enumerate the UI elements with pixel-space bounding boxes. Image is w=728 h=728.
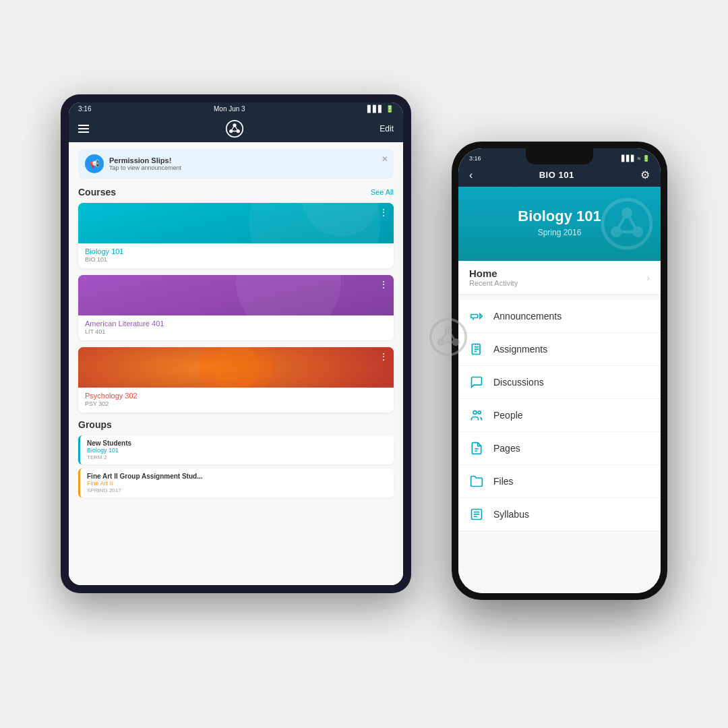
back-button[interactable]: ‹ [469, 169, 473, 181]
course-name-literature: American Literature 401 [85, 320, 387, 328]
svg-point-14 [212, 347, 260, 388]
groups-section-header: Groups [78, 419, 394, 430]
pages-icon [469, 441, 484, 456]
home-label: Home [469, 268, 518, 279]
people-label: People [493, 410, 523, 421]
course-card-psychology[interactable]: ⋮ Psychology 302 PSY 302 [78, 347, 394, 413]
courses-title: Courses [78, 187, 116, 198]
scene: 3:16 Mon Jun 3 ▋▋▋ 🔋 [61, 61, 667, 667]
phone-navbar: ‹ BIO 101 ⚙ [458, 164, 661, 187]
svg-point-11 [236, 275, 341, 315]
menu-item-pages[interactable]: Pages [458, 432, 661, 465]
tablet-statusbar: 3:16 Mon Jun 3 ▋▋▋ 🔋 [69, 102, 403, 115]
group-item-new-students[interactable]: New Students Biology 101 TERM 2 [78, 435, 394, 464]
files-icon [469, 474, 484, 489]
course-nav-title: BIO 101 [539, 170, 574, 180]
svg-point-15 [431, 320, 466, 355]
discussions-label: Discussions [493, 377, 544, 388]
tablet-device: 3:16 Mon Jun 3 ▋▋▋ 🔋 [61, 94, 411, 593]
course-name-psychology: Psychology 302 [85, 392, 387, 400]
hamburger-menu-icon[interactable] [78, 125, 89, 133]
svg-point-34 [473, 411, 477, 414]
home-sublabel: Recent Activity [469, 279, 518, 287]
svg-line-27 [616, 213, 627, 232]
assignments-label: Assignments [493, 344, 547, 355]
more-options-icon[interactable]: ⋮ [379, 279, 388, 290]
phone-time: 3:16 [469, 155, 481, 162]
course-code-psychology: PSY 302 [85, 400, 387, 407]
more-options-icon[interactable]: ⋮ [379, 351, 388, 362]
group-sub-fine-art: Fine Art II [87, 480, 387, 487]
discussions-icon [469, 375, 484, 390]
menu-item-assignments[interactable]: Assignments [458, 333, 661, 366]
course-card-literature[interactable]: ⋮ American Literature 401 LIT 401 [78, 275, 394, 340]
phone-course-header: Biology 101 Spring 2016 [458, 187, 661, 261]
group-name-new-students: New Students [87, 439, 387, 447]
tablet-time: 3:16 [78, 105, 91, 113]
phone-signal: ▋▋▋ ≈ 🔋 [621, 155, 650, 162]
announcement-subtitle: Tap to view announcement [109, 164, 387, 171]
tablet-navbar: Edit [69, 115, 403, 142]
menu-item-discussions[interactable]: Discussions [458, 366, 661, 399]
course-header-watermark [600, 197, 654, 251]
course-code-biology: BIO 101 [85, 256, 387, 263]
announcements-icon [469, 309, 484, 324]
announcement-icon: 📢 [85, 154, 104, 173]
chevron-right-icon: › [646, 272, 650, 283]
svg-point-22 [603, 200, 651, 248]
course-title: Biology 101 [518, 208, 601, 225]
files-label: Files [493, 476, 514, 487]
svg-point-35 [478, 411, 481, 414]
courses-section-header: Courses See All [78, 187, 394, 198]
svg-point-0 [226, 121, 243, 138]
canvas-logo-icon [225, 119, 244, 138]
course-code-literature: LIT 401 [85, 328, 387, 335]
group-term-new-students: TERM 2 [87, 454, 387, 460]
announcement-title: Permission Slips! [109, 156, 387, 164]
svg-line-26 [627, 213, 638, 232]
menu-item-people[interactable]: People [458, 399, 661, 432]
see-all-button[interactable]: See All [371, 188, 394, 196]
home-menu-item[interactable]: Home Recent Activity › [458, 261, 661, 295]
course-card-biology[interactable]: ⋮ Biology 101 BIO 101 [78, 203, 394, 268]
svg-rect-10 [78, 275, 394, 315]
course-subtitle: Spring 2016 [538, 228, 582, 237]
phone-notch [526, 148, 593, 164]
background-logo [428, 317, 468, 360]
menu-item-announcements[interactable]: Announcements [458, 300, 661, 333]
announcements-label: Announcements [493, 311, 562, 322]
syllabus-icon [469, 507, 484, 522]
group-item-fine-art[interactable]: Fine Art II Group Assignment Stud... Fin… [78, 468, 394, 497]
close-icon[interactable]: ✕ [382, 154, 388, 164]
group-name-fine-art: Fine Art II Group Assignment Stud... [87, 473, 387, 480]
group-term-fine-art: SPRING 2017 [87, 487, 387, 493]
tablet-date: Mon Jun 3 [214, 105, 245, 113]
phone-course-content: Home Recent Activity › Announcements [458, 261, 661, 593]
settings-icon[interactable]: ⚙ [640, 169, 650, 181]
edit-button[interactable]: Edit [380, 124, 394, 133]
more-options-icon[interactable]: ⋮ [379, 207, 388, 218]
groups-section: Groups New Students Biology 101 TERM 2 F… [78, 419, 394, 497]
announcement-banner[interactable]: 📢 Permission Slips! Tap to view announce… [78, 149, 394, 179]
svg-line-4 [235, 125, 238, 131]
tablet-signal: ▋▋▋ 🔋 [367, 105, 394, 113]
pages-label: Pages [493, 443, 520, 454]
group-sub-new-students: Biology 101 [87, 447, 387, 454]
people-icon [469, 408, 484, 423]
tablet-content: 📢 Permission Slips! Tap to view announce… [69, 142, 403, 585]
course-name-biology: Biology 101 [85, 247, 387, 255]
menu-item-syllabus[interactable]: Syllabus [458, 498, 661, 531]
assignments-icon [469, 342, 484, 357]
menu-item-files[interactable]: Files [458, 465, 661, 498]
svg-line-19 [448, 330, 456, 342]
svg-rect-29 [471, 315, 478, 318]
announcement-text: Permission Slips! Tap to view announceme… [109, 156, 387, 171]
svg-line-5 [231, 125, 234, 131]
svg-line-20 [441, 330, 448, 342]
phone-device: 3:16 ▋▋▋ ≈ 🔋 ‹ BIO 101 ⚙ [452, 142, 667, 600]
syllabus-label: Syllabus [493, 509, 529, 520]
groups-title: Groups [78, 419, 112, 430]
